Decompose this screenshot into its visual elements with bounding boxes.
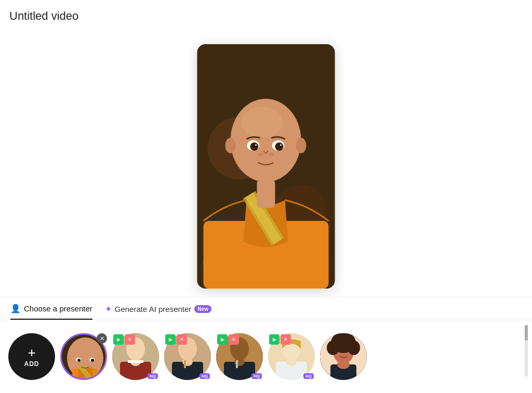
sparkle-icon: ✦ [105, 304, 112, 314]
add-presenter-button[interactable]: + ADD [8, 333, 55, 380]
presenter-avatar-1[interactable]: ▶ ✕ HQ [112, 333, 159, 380]
svg-point-9 [296, 138, 307, 153]
presenter-tabs: 👤 Choose a presenter ✦ Generate AI prese… [0, 297, 532, 320]
svg-point-52 [337, 360, 350, 369]
svg-point-17 [280, 144, 282, 146]
svg-point-18 [258, 153, 263, 156]
svg-rect-5 [257, 179, 275, 208]
svg-point-25 [77, 359, 81, 362]
presenter-avatar-5[interactable] [320, 333, 367, 380]
svg-rect-41 [236, 360, 238, 368]
person-icon: 👤 [10, 304, 21, 313]
new-badge: New [194, 305, 211, 313]
svg-point-38 [230, 337, 249, 360]
hq-badge-2: HQ [200, 373, 210, 379]
presenter-bar: 👤 Choose a presenter ✦ Generate AI prese… [0, 297, 532, 393]
presenter-avatar-selected[interactable]: ✕ [60, 333, 107, 380]
svg-point-26 [91, 359, 94, 362]
svg-rect-31 [128, 360, 143, 363]
svg-point-50 [348, 340, 360, 355]
tab-generate-ai-label: Generate AI presenter [115, 305, 192, 313]
presenter-carousel: + ADD ✕ [0, 320, 532, 393]
svg-point-33 [178, 337, 197, 360]
scrollbar-track[interactable] [525, 325, 528, 377]
hq-badge-3: HQ [251, 373, 262, 379]
plus-icon: + [28, 346, 35, 359]
svg-point-19 [269, 153, 274, 156]
svg-rect-36 [184, 360, 186, 368]
video-preview [197, 44, 335, 289]
presenter-avatar-4[interactable]: ▶ ✕ HQ [268, 333, 315, 380]
svg-point-28 [126, 337, 145, 360]
tab-choose-presenter-label: Choose a presenter [24, 304, 92, 313]
presenter-avatar-3[interactable]: ▶ ✕ HQ [216, 333, 263, 380]
tab-generate-ai-presenter[interactable]: ✦ Generate AI presenter New [105, 304, 211, 319]
page-title: Untitled video [9, 9, 78, 23]
svg-point-16 [255, 144, 257, 146]
presenter-avatar-2[interactable]: ▶ ✕ HQ [164, 333, 211, 380]
svg-point-8 [225, 138, 236, 153]
hq-badge-4: HQ [303, 373, 314, 379]
avatar-image-5 [320, 333, 367, 380]
svg-point-7 [242, 107, 283, 138]
hq-badge-1: HQ [148, 373, 158, 379]
scrollbar-thumb[interactable] [525, 325, 528, 340]
add-label: ADD [24, 360, 39, 368]
tab-choose-presenter[interactable]: 👤 Choose a presenter [10, 304, 92, 320]
avatar-close-button[interactable]: ✕ [97, 333, 107, 344]
svg-point-49 [327, 340, 339, 355]
svg-point-45 [286, 358, 297, 366]
